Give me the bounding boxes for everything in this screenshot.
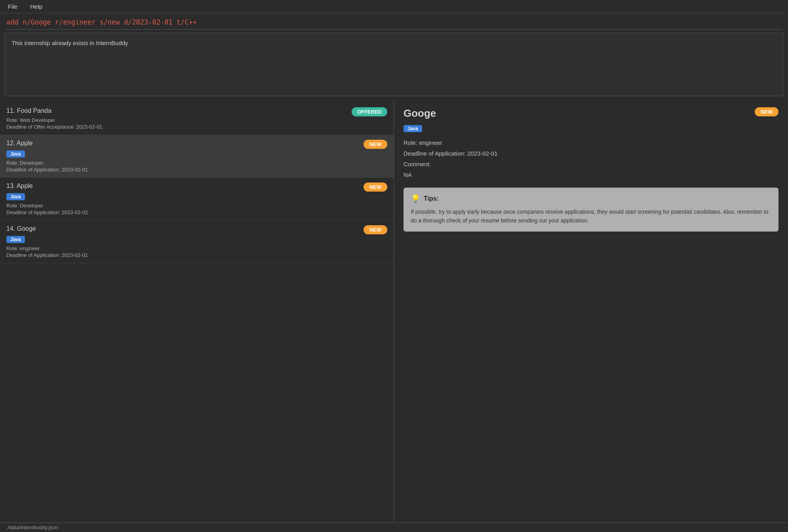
- output-area: This internship already exists in Intern…: [5, 33, 783, 96]
- detail-tags: Java: [404, 124, 778, 134]
- detail-comment-value: NA: [404, 171, 778, 178]
- status-bar: ./data/internbuddy.json: [0, 522, 788, 532]
- tips-header-text: Tips:: [424, 195, 439, 202]
- status-path: ./data/internbuddy.json: [6, 524, 58, 530]
- list-item-badge: OFFERED: [352, 107, 387, 116]
- list-item-badge: NEW: [364, 225, 387, 234]
- list-item-title: 12. Apple: [6, 140, 33, 147]
- detail-deadline: Deadline of Application: 2023-02-01: [404, 150, 778, 157]
- list-item-role: Role: engineer: [6, 245, 387, 251]
- help-menu[interactable]: Help: [29, 2, 44, 11]
- detail-badge: NEW: [755, 107, 778, 116]
- list-item-role: Role: Developer: [6, 203, 387, 209]
- list-item-role: Role: Developer: [6, 160, 387, 166]
- tips-box: 💡 Tips: If possible, try to apply early …: [404, 188, 778, 232]
- detail-comment-label: Comment:: [404, 161, 778, 167]
- list-item-tag: Java: [6, 150, 25, 158]
- list-item-badge: NEW: [364, 140, 387, 149]
- list-item-title: 14. Googe: [6, 225, 36, 232]
- list-item-deadline: Deadline of Application: 2023-02-02: [6, 209, 387, 215]
- tips-text: If possible, try to apply early because …: [411, 207, 771, 225]
- detail-panel: Googe NEW Java Role: engineer Deadline o…: [394, 99, 788, 522]
- command-input[interactable]: [6, 17, 782, 28]
- list-panel: 11. Food PandaOFFEREDRole: Web Developer…: [0, 99, 394, 522]
- list-item-role: Role: Web Developer: [6, 117, 387, 123]
- list-item-deadline: Deadline of Application: 2023-02-01: [6, 252, 387, 258]
- list-item[interactable]: 12. AppleNEWJavaRole: DeveloperDeadline …: [0, 135, 394, 178]
- command-area: [0, 13, 788, 30]
- list-item[interactable]: 13. AppleNEWJavaRole: DeveloperDeadline …: [0, 178, 394, 220]
- detail-role: Role: engineer: [404, 139, 778, 146]
- list-item-header: 12. AppleNEW: [6, 140, 387, 149]
- list-item-deadline: Deadline of Offer Acceptance: 2023-02-01: [6, 124, 387, 130]
- list-item-header: 13. AppleNEW: [6, 182, 387, 192]
- lightbulb-icon: 💡: [411, 194, 421, 203]
- list-item[interactable]: 11. Food PandaOFFEREDRole: Web Developer…: [0, 103, 394, 135]
- list-item-title: 13. Apple: [6, 182, 33, 190]
- file-menu[interactable]: File: [6, 2, 19, 11]
- detail-tag-java: Java: [404, 125, 422, 132]
- list-item[interactable]: 14. GoogeNEWJavaRole: engineerDeadline o…: [0, 220, 394, 263]
- tips-header: 💡 Tips:: [411, 194, 771, 203]
- menu-bar: File Help: [0, 0, 788, 13]
- list-item-title: 11. Food Panda: [6, 107, 51, 114]
- main-content: 11. Food PandaOFFEREDRole: Web Developer…: [0, 99, 788, 522]
- list-item-header: 11. Food PandaOFFERED: [6, 107, 387, 116]
- list-item-header: 14. GoogeNEW: [6, 225, 387, 234]
- command-divider: [6, 29, 782, 30]
- list-item-badge: NEW: [364, 182, 387, 192]
- detail-company-header: Googe NEW: [404, 107, 778, 120]
- list-item-tag: Java: [6, 193, 25, 200]
- output-text: This internship already exists in Intern…: [11, 40, 128, 46]
- list-item-deadline: Deadline of Application: 2023-02-01: [6, 167, 387, 173]
- list-item-tag: Java: [6, 236, 25, 243]
- detail-company-name: Googe: [404, 107, 436, 120]
